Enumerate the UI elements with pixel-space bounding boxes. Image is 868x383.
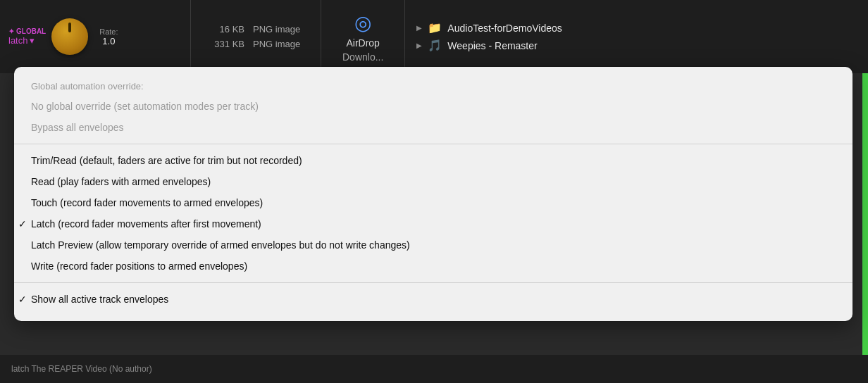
file-list: 16 KB PNG image 331 KB PNG image: [190, 0, 321, 73]
menu-item-write[interactable]: Write (record fader positions to armed e…: [14, 256, 852, 277]
rate-label: Rate:: [99, 27, 118, 36]
rate-section: Rate: 1.0: [94, 22, 123, 52]
folders-panel: ▶ 📁 AudioTest-forDemoVideos ▶ 🎵 Weepies …: [404, 0, 868, 73]
folder-name-1: AudioTest-forDemoVideos: [447, 23, 562, 34]
latch-check-icon: ✓: [18, 218, 27, 230]
menu-item-bypass-label: Bypass all envelopes: [31, 122, 124, 133]
file-size-2: 331 KB: [202, 39, 244, 49]
menu-item-bypass[interactable]: Bypass all envelopes: [14, 117, 852, 138]
folder-icon-2: 🎵: [428, 39, 442, 52]
menu-section-header: Global automation override: No global ov…: [14, 75, 852, 141]
global-latch-section: ✦ GLOBAL latch ▾ Rate: 1.0: [0, 0, 190, 73]
menu-item-write-label: Write (record fader positions to armed e…: [31, 260, 247, 272]
folder-name-2: Weepies - Remaster: [447, 40, 537, 51]
menu-item-latch-preview-label: Latch Preview (allow temporary override …: [31, 239, 410, 251]
airdrop-icon: ◎: [354, 11, 371, 34]
menu-item-latch-preview[interactable]: Latch Preview (allow temporary override …: [14, 234, 852, 256]
download-partial-label: Downlo...: [342, 51, 383, 63]
menu-item-read[interactable]: Read (play faders with armed envelopes): [14, 171, 852, 192]
latch-button[interactable]: latch ▾: [8, 35, 35, 46]
show-envelopes-check-icon: ✓: [18, 294, 27, 305]
menu-item-no-override-label: No global override (set automation modes…: [31, 101, 259, 112]
global-icon: ✦: [8, 27, 14, 35]
green-stripe: [862, 73, 868, 355]
automation-dropdown-menu: Global automation override: No global ov…: [14, 67, 852, 321]
menu-item-read-label: Read (play faders with armed envelopes): [31, 176, 211, 187]
menu-item-show-envelopes[interactable]: ✓ Show all active track envelopes: [14, 289, 852, 310]
menu-item-latch[interactable]: ✓ Latch (record fader movements after fi…: [14, 213, 852, 234]
menu-item-latch-label: Latch (record fader movements after firs…: [31, 218, 261, 230]
folder-row-1[interactable]: ▶ 📁 AudioTest-forDemoVideos: [416, 21, 857, 34]
file-row-2: 331 KB PNG image: [202, 37, 309, 51]
file-type-1: PNG image: [253, 24, 309, 34]
bottom-text: latch The REAPER Video (No author): [11, 364, 152, 374]
airdrop-section[interactable]: ◎ AirDrop Downlo...: [321, 0, 404, 73]
folder-row-2[interactable]: ▶ 🎵 Weepies - Remaster: [416, 39, 857, 52]
triangle-icon-2: ▶: [416, 42, 422, 49]
section-label: Global automation override:: [14, 78, 852, 96]
menu-item-no-override[interactable]: No global override (set automation modes…: [14, 96, 852, 117]
bottom-bar: latch The REAPER Video (No author): [0, 355, 868, 383]
rate-knob[interactable]: [51, 18, 88, 55]
top-bar: ✦ GLOBAL latch ▾ Rate: 1.0 16 KB PNG ima…: [0, 0, 868, 73]
menu-section-envelopes: ✓ Show all active track envelopes: [14, 282, 852, 313]
menu-item-show-envelopes-label: Show all active track envelopes: [31, 294, 168, 305]
file-size-1: 16 KB: [202, 24, 244, 34]
airdrop-label: AirDrop: [346, 37, 379, 49]
menu-item-touch-label: Touch (record fader movements to armed e…: [31, 197, 263, 208]
file-type-2: PNG image: [253, 39, 309, 49]
triangle-icon-1: ▶: [416, 24, 422, 32]
global-badge: ✦ GLOBAL latch ▾: [8, 27, 46, 46]
menu-item-touch[interactable]: Touch (record fader movements to armed e…: [14, 192, 852, 213]
menu-item-trim-read-label: Trim/Read (default, faders are active fo…: [31, 155, 302, 166]
file-row-1: 16 KB PNG image: [202, 22, 309, 37]
menu-item-trim-read[interactable]: Trim/Read (default, faders are active fo…: [14, 150, 852, 171]
menu-section-modes: Trim/Read (default, faders are active fo…: [14, 144, 852, 280]
rate-value: 1.0: [102, 36, 115, 46]
global-label: ✦ GLOBAL: [8, 27, 46, 35]
folder-icon-1: 📁: [428, 21, 442, 34]
